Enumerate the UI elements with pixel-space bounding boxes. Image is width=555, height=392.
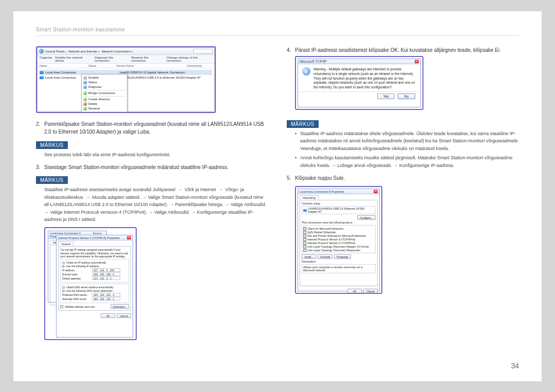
- toolbar-organize[interactable]: Organize: [40, 56, 52, 62]
- page-header-title: Smart Station-monitori kasutamine: [36, 27, 519, 32]
- warning-message: Warning - Multiple default gateways are …: [313, 67, 416, 90]
- menu-rename[interactable]: Rename: [82, 106, 127, 111]
- no-button[interactable]: No: [398, 94, 415, 99]
- delete-icon: [83, 102, 87, 106]
- note-body: See protsess tuleb läbi viia enne IP-aad…: [44, 151, 268, 158]
- fig-lac8-properties: Local Area Connection 8 Properties× Netw…: [295, 186, 382, 294]
- radio-obtain-dns[interactable]: Obtain DNS server address automatically: [62, 286, 127, 289]
- network-adapter-icon: [303, 209, 307, 212]
- fig-tcpip-warning: Microsoft TCP/IP× i Warning - Multiple d…: [295, 56, 423, 110]
- description-text: Allows your computer to access resources…: [302, 264, 376, 273]
- configure-button[interactable]: Configure...: [357, 215, 376, 220]
- fig-ipv4-properties: Local Area Connection 4 PropertiesRename…: [44, 227, 137, 340]
- checkbox-icon[interactable]: [303, 231, 306, 234]
- toolbar-rename[interactable]: Rename this connection: [131, 56, 163, 62]
- list-item[interactable]: File and Printer Sharing for Microsoft N…: [303, 234, 374, 237]
- checkbox-icon[interactable]: [303, 238, 306, 241]
- network-adapter-icon: [40, 71, 44, 74]
- note-label: MÄRKUS: [287, 120, 319, 128]
- gateway-field[interactable]: 217 . 141 . 0 . 1: [92, 276, 120, 280]
- adapter-field: LAN9512/LAN9514 USB 2.0 Ethernet 10/100 …: [302, 206, 376, 214]
- step-5: 5. Klõpsake nuppu Sule.: [287, 174, 519, 182]
- left-column: Control Panel▸ Network and Internet▸ Net…: [36, 46, 268, 341]
- shortcut-icon: [83, 98, 87, 101]
- info-icon: i: [302, 67, 310, 76]
- menu-disable[interactable]: Disable: [82, 76, 127, 80]
- list-item[interactable]: Link-Layer Topology Discovery Mapper I/O…: [303, 245, 374, 248]
- tab-networking[interactable]: Networking: [300, 195, 319, 200]
- page-number: 34: [511, 362, 519, 370]
- advanced-button[interactable]: Advanced...: [110, 304, 129, 309]
- menu-bridge[interactable]: Bridge Connections: [82, 91, 127, 96]
- intro-text: You can get IP settings assigned automat…: [60, 248, 129, 258]
- close-icon[interactable]: ×: [374, 190, 378, 193]
- list-item[interactable]: Link-Layer Topology Discovery Responder: [303, 248, 374, 252]
- yes-button[interactable]: Yes: [377, 94, 395, 99]
- bullet-text: Arvuti kohtvõrgu kasutamiseks muutke sät…: [300, 154, 519, 169]
- radio-obtain-ip[interactable]: Obtain an IP address automatically: [62, 261, 127, 264]
- ok-button[interactable]: OK: [101, 313, 115, 318]
- list-item[interactable]: Client for Microsoft Networks: [303, 227, 374, 230]
- dialog-title: Microsoft TCP/IP: [300, 60, 327, 63]
- ip-address-field[interactable]: 217 . 141 . 0 . 200: [92, 268, 120, 272]
- radio-use-ip[interactable]: Use the following IP address:: [62, 265, 127, 268]
- menu-diagnose[interactable]: Diagnose: [82, 85, 127, 89]
- toolbar: Organize Disable this network device Dia…: [38, 55, 214, 64]
- step-4: 4. Pärast IP-aadressi seadistamist klõps…: [287, 46, 519, 54]
- items-list: Client for Microsoft Networks QoS Packet…: [302, 225, 376, 253]
- cancel-button[interactable]: Cancel: [117, 313, 131, 318]
- note-label: MÄRKUS: [36, 141, 68, 149]
- bridge-icon: [83, 91, 87, 95]
- menu-delete[interactable]: Delete: [82, 102, 127, 106]
- window-network-connections: Control Panel▸ Network and Internet▸ Net…: [37, 47, 215, 112]
- dns1-field[interactable]: 164 . 124 . 101 . 2: [92, 293, 120, 296]
- dialog-lac8-properties: Local Area Connection 8 Properties× Netw…: [298, 189, 380, 291]
- breadcrumb: Control Panel▸ Network and Internet▸ Net…: [45, 49, 134, 53]
- radio-use-dns[interactable]: Use the following DNS server addresses:: [62, 289, 127, 292]
- status-icon: [83, 81, 87, 84]
- list-item[interactable]: Internet Protocol Version 4 (TCP/IPv4): [303, 241, 374, 245]
- menu-properties[interactable]: Properties: [82, 113, 127, 113]
- toolbar-diagnose[interactable]: Diagnose this connection: [95, 56, 128, 62]
- search-input[interactable]: [193, 49, 213, 53]
- connect-using-label: Connect using:: [302, 202, 376, 205]
- window-titlebar: Control Panel▸ Network and Internet▸ Net…: [38, 48, 214, 55]
- checkbox-icon[interactable]: [303, 234, 306, 237]
- properties-button[interactable]: Properties: [334, 254, 351, 259]
- uninstall-button[interactable]: Uninstall: [318, 254, 332, 259]
- note-body: Staatilise IP-aadressi sisestamiseks ava…: [44, 186, 268, 223]
- dialog-tcpip-warning: Microsoft TCP/IP× i Warning - Multiple d…: [298, 59, 421, 107]
- right-column: 4. Pärast IP-aadressi seadistamist klõps…: [287, 46, 519, 341]
- checkbox-validate[interactable]: Validate settings upon exit Advanced...: [60, 304, 129, 309]
- checkbox-icon[interactable]: [303, 227, 306, 230]
- menu-status[interactable]: Status: [82, 80, 127, 85]
- install-button[interactable]: Install...: [302, 254, 316, 259]
- rename-icon: [83, 107, 87, 110]
- dialog-ipv4-properties: Internet Protocol Version 4 (TCP/IPv4) P…: [56, 235, 133, 338]
- checkbox-icon[interactable]: [303, 249, 306, 252]
- fig-network-connections: Control Panel▸ Network and Internet▸ Net…: [36, 46, 216, 113]
- checkbox-icon[interactable]: [303, 245, 306, 248]
- network-adapter-icon: [40, 76, 44, 79]
- note-label: MÄRKUS: [36, 176, 68, 184]
- description-label: Description: [302, 260, 376, 263]
- menu-shortcut[interactable]: Create Shortcut: [82, 97, 127, 102]
- diagnose-icon: [83, 85, 87, 89]
- list-item[interactable]: Internet Protocol Version 6 (TCP/IPv6): [303, 237, 374, 241]
- close-icon[interactable]: ×: [127, 236, 131, 239]
- list-item[interactable]: QoS Packet Scheduler: [303, 230, 374, 234]
- header-rule: [36, 35, 519, 36]
- toolbar-change-settings[interactable]: Change settings of this connection: [166, 56, 212, 62]
- ok-button[interactable]: OK: [347, 289, 362, 293]
- subnet-mask-field[interactable]: 255 . 255 . 255 . 0: [92, 272, 120, 276]
- checkbox-icon[interactable]: [303, 241, 306, 245]
- manual-page: Smart Station-monitori kasutamine Contro…: [13, 11, 542, 381]
- column-headers: Name Status Device Name Connectivity: [38, 64, 214, 68]
- tab-general[interactable]: General: [58, 241, 73, 246]
- disable-icon: [83, 76, 87, 80]
- cancel-button[interactable]: Cancel: [363, 289, 378, 293]
- dns2-field[interactable]: 164 . 125 . 101 . 1: [92, 297, 120, 301]
- control-panel-icon: [39, 49, 44, 53]
- close-icon[interactable]: ×: [415, 60, 419, 63]
- toolbar-disable[interactable]: Disable this network device: [55, 56, 91, 62]
